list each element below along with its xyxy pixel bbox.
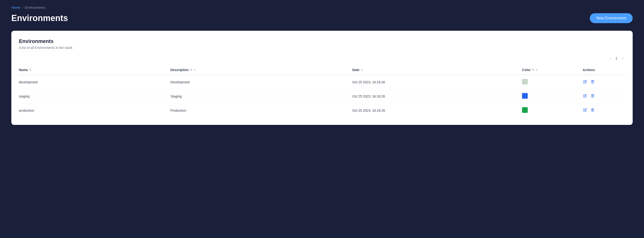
column-name-edit-icon[interactable]: ✎: [29, 69, 31, 72]
color-swatch-1: [522, 93, 528, 99]
environments-table: Name ✎ Description ✎ ▼ Date: [19, 65, 625, 117]
column-description-label: Description: [170, 68, 189, 72]
color-swatch-2: [522, 107, 528, 113]
table-header-row: Name ✎ Description ✎ ▼ Date: [19, 65, 625, 75]
delete-button-2[interactable]: [590, 108, 595, 113]
cell-actions-0: [583, 75, 625, 89]
edit-button-2[interactable]: [583, 108, 588, 113]
pagination-row: ‹ 1 ›: [19, 55, 625, 61]
cell-color-0: [522, 75, 583, 89]
cell-name-0: development: [19, 75, 170, 89]
breadcrumb: Home › Environments: [11, 6, 633, 10]
cell-name-1: staging: [19, 89, 170, 103]
cell-color-1: [522, 89, 583, 103]
cell-actions-2: [583, 103, 625, 118]
column-description-edit-icon[interactable]: ✎: [190, 69, 192, 72]
page-header: Home › Environments Environments New Env…: [0, 0, 644, 31]
pagination-prev-button[interactable]: ‹: [608, 55, 613, 61]
column-color-label: Color: [522, 68, 531, 72]
column-header-description: Description ✎ ▼: [170, 65, 352, 75]
column-name-label: Name: [19, 68, 28, 72]
column-color-sort-icon[interactable]: ▼: [536, 69, 538, 71]
card-title: Environments: [19, 38, 625, 44]
column-date-sort-icon[interactable]: ▼: [361, 69, 363, 71]
card-subtitle: A list of all Environments in the stack: [19, 46, 625, 50]
cell-description-1: Staging: [170, 89, 352, 103]
cell-date-0: Oct 25 2023, 16:18:26: [352, 75, 522, 89]
column-date-label: Date: [352, 68, 360, 72]
delete-button-1[interactable]: [590, 94, 595, 99]
table-row: production Production Oct 25 2023, 16:18…: [19, 103, 625, 118]
column-header-date: Date ▼: [352, 65, 522, 75]
environments-card: Environments A list of all Environments …: [11, 31, 633, 125]
cell-actions-1: [583, 89, 625, 103]
color-swatch-0: [522, 79, 528, 85]
breadcrumb-home-link[interactable]: Home: [11, 6, 20, 10]
column-description-sort-icon[interactable]: ▼: [194, 69, 196, 71]
delete-button-0[interactable]: [590, 79, 595, 85]
breadcrumb-separator: ›: [22, 6, 23, 9]
content-area: Environments A list of all Environments …: [0, 31, 644, 136]
pagination-current-page: 1: [616, 56, 617, 60]
cell-name-2: production: [19, 103, 170, 118]
column-header-actions: Actions: [583, 65, 625, 75]
page-title: Environments: [11, 13, 68, 23]
cell-color-2: [522, 103, 583, 118]
header-row: Environments New Environment: [11, 13, 633, 23]
column-color-edit-icon[interactable]: ✎: [532, 69, 534, 72]
cell-date-1: Oct 25 2023, 16:18:26: [352, 89, 522, 103]
cell-date-2: Oct 25 2023, 16:18:26: [352, 103, 522, 118]
pagination-next-button[interactable]: ›: [620, 55, 625, 61]
cell-description-2: Production: [170, 103, 352, 118]
table-row: staging Staging Oct 25 2023, 16:18:26: [19, 89, 625, 103]
new-environment-button[interactable]: New Environment: [590, 13, 633, 23]
column-header-name: Name ✎: [19, 65, 170, 75]
table-header: Name ✎ Description ✎ ▼ Date: [19, 65, 625, 75]
table-body: development Development Oct 25 2023, 16:…: [19, 75, 625, 117]
table-row: development Development Oct 25 2023, 16:…: [19, 75, 625, 89]
edit-button-0[interactable]: [583, 79, 588, 85]
column-header-color: Color ✎ ▼: [522, 65, 583, 75]
edit-button-1[interactable]: [583, 94, 588, 99]
column-actions-label: Actions: [583, 68, 595, 72]
cell-description-0: Development: [170, 75, 352, 89]
breadcrumb-current: Environments: [25, 6, 45, 10]
